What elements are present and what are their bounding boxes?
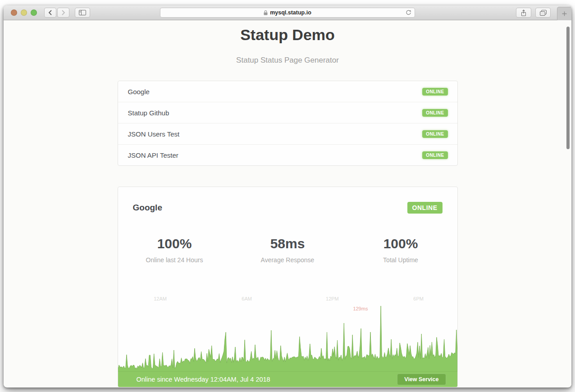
axis-tick-label: 6AM <box>242 296 252 301</box>
stat-label: Online last 24 Hours <box>118 256 231 264</box>
chart-area-path <box>118 306 457 372</box>
service-name: JSON Users Test <box>128 130 180 138</box>
service-detail-header: Google ONLINE <box>118 187 457 214</box>
stat-value: 100% <box>118 236 231 251</box>
stat-value: 58ms <box>231 236 344 251</box>
lock-icon <box>264 10 268 15</box>
axis-tick-label: 6PM <box>413 296 424 301</box>
service-row-google[interactable]: Google ONLINE <box>118 81 457 102</box>
status-badge: ONLINE <box>422 151 447 159</box>
service-name: JSON API Tester <box>128 151 178 159</box>
service-stats: 100% Online last 24 Hours 58ms Average R… <box>118 236 457 264</box>
back-button[interactable] <box>44 8 56 18</box>
zoom-window-button[interactable] <box>31 9 37 16</box>
online-since-text: Online since Wednesday 12:04AM, Jul 4 20… <box>137 376 270 383</box>
show-tabs-button[interactable] <box>535 8 551 18</box>
response-time-chart: 12AM6AM12PM6PM129ms <box>118 295 457 372</box>
service-detail-footer: Online since Wednesday 12:04AM, Jul 4 20… <box>118 372 457 387</box>
close-window-button[interactable] <box>11 9 17 16</box>
share-icon <box>521 9 526 16</box>
forward-button[interactable] <box>57 8 69 18</box>
axis-tick-label: 12PM <box>326 296 339 301</box>
chart-area-svg <box>118 304 457 372</box>
status-badge: ONLINE <box>422 130 447 138</box>
scrollbar-thumb[interactable] <box>566 27 570 149</box>
sidebar-icon <box>79 10 86 15</box>
axis-tick-label: 12AM <box>154 296 167 301</box>
new-tab-button[interactable] <box>557 7 571 20</box>
stat-value: 100% <box>344 236 457 251</box>
service-detail-card: Google ONLINE 100% Online last 24 Hours … <box>118 187 458 387</box>
tabs-icon <box>540 10 547 16</box>
service-name: Google <box>128 88 150 96</box>
url-text: mysql.statup.io <box>270 9 311 16</box>
address-bar[interactable]: mysql.statup.io <box>160 8 415 18</box>
minimize-window-button[interactable] <box>21 9 27 16</box>
service-detail-name: Google <box>133 203 162 213</box>
share-button[interactable] <box>516 8 531 18</box>
service-row-statup-github[interactable]: Statup Github ONLINE <box>118 102 457 123</box>
status-badge: ONLINE <box>422 109 447 117</box>
services-list-card: Google ONLINE Statup Github ONLINE JSON … <box>118 81 458 166</box>
refresh-icon <box>406 9 411 16</box>
service-detail-status-badge: ONLINE <box>407 202 443 214</box>
service-name: Statup Github <box>128 109 169 117</box>
view-service-button[interactable]: View Service <box>397 374 446 385</box>
refresh-button[interactable] <box>406 9 411 16</box>
stat-label: Average Response <box>231 256 344 264</box>
sidebar-toggle-button[interactable] <box>75 8 90 18</box>
stat-label: Total Uptime <box>344 256 457 264</box>
browser-toolbar: mysql.statup.io <box>4 5 571 20</box>
page-viewport: Statup Demo Statup Status Page Generator… <box>4 20 571 387</box>
window-traffic-lights <box>11 9 37 16</box>
stat-average-response: 58ms Average Response <box>231 236 344 264</box>
service-row-json-api-tester[interactable]: JSON API Tester ONLINE <box>118 145 457 165</box>
toolbar-right-buttons <box>516 8 551 18</box>
stat-online-24h: 100% Online last 24 Hours <box>118 236 231 264</box>
stat-total-uptime: 100% Total Uptime <box>344 236 457 264</box>
forward-icon <box>61 10 65 15</box>
status-badge: ONLINE <box>422 88 447 96</box>
back-icon <box>48 10 52 15</box>
nav-buttons <box>44 8 69 18</box>
browser-window: mysql.statup.io <box>4 5 571 387</box>
page-subtitle: Statup Status Page Generator <box>118 44 458 65</box>
page-content: Statup Demo Statup Status Page Generator… <box>118 20 458 387</box>
new-tab-plus-icon <box>562 11 567 16</box>
page-title: Statup Demo <box>118 20 458 44</box>
service-row-json-users-test[interactable]: JSON Users Test ONLINE <box>118 123 457 145</box>
